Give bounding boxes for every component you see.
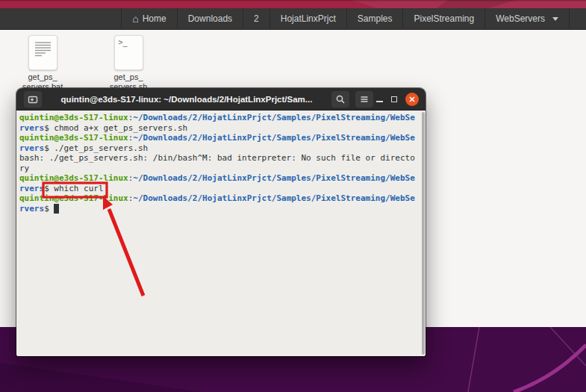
path-button-label: PixelStreaming xyxy=(414,13,474,24)
terminal-text-segment: bash: ./get_ps_servers.sh: /bin/bash^M: … xyxy=(19,153,415,163)
terminal-scrollbar[interactable] xyxy=(422,112,425,355)
terminal-line: bash: ./get_ps_servers.sh: /bin/bash^M: … xyxy=(19,153,417,164)
terminal-text-segment: $ chmod a+x get_ps_servers.sh xyxy=(44,123,187,133)
new-tab-button[interactable] xyxy=(24,91,42,108)
path-button-2[interactable]: 2 xyxy=(243,8,269,29)
window-controls xyxy=(376,93,419,106)
hamburger-menu-icon xyxy=(358,93,370,105)
terminal-text-segment: ~/Downloads/2/HojatLinxPrjct/Samples/Pix… xyxy=(133,173,415,183)
maximize-button[interactable] xyxy=(391,96,397,102)
path-button-label: HojatLinxPrjct xyxy=(281,13,336,24)
terminal-text-segment: ~/Downloads/2/HojatLinxPrjct/Samples/Pix… xyxy=(133,193,415,203)
terminal-line: rvers$ chmod a+x get_ps_servers.sh xyxy=(19,123,417,134)
path-button-webservers[interactable]: WebServers xyxy=(484,8,570,29)
terminal-text-segment: ry xyxy=(19,164,29,173)
file-icon-get-ps-servers-sh[interactable]: >_ get_ps_ servers.sh xyxy=(100,35,157,92)
terminal-text-segment: rvers xyxy=(19,123,44,133)
terminal-line: quintin@e3ds-S17-linux:~/Downloads/2/Hoj… xyxy=(19,133,417,143)
home-icon: ⌂ xyxy=(132,13,138,24)
terminal-titlebar[interactable]: quintin@e3ds-S17-linux: ~/Downloads/2/Ho… xyxy=(16,88,426,111)
document-icon xyxy=(28,35,57,70)
wallpaper-top-strip xyxy=(0,0,586,8)
terminal-window-title: quintin@e3ds-S17-linux: ~/Downloads/2/Ho… xyxy=(42,95,331,104)
path-button-pixelstreaming[interactable]: PixelStreaming xyxy=(402,8,484,29)
path-button-hojatlinxprjct[interactable]: HojatLinxPrjct xyxy=(269,8,346,29)
terminal-text-segment: quintin@e3ds-S17-linux xyxy=(19,133,128,143)
file-icon-get-ps-servers-bat[interactable]: get_ps_ servers.bat xyxy=(14,35,71,92)
terminal-line: quintin@e3ds-S17-linux:~/Downloads/2/Hoj… xyxy=(19,173,417,184)
terminal-text-segment: $ ./get_ps_servers.sh xyxy=(44,143,148,153)
file-label-line1: get_ps_ xyxy=(100,72,157,82)
minimize-icon xyxy=(376,101,383,102)
path-button-samples[interactable]: Samples xyxy=(346,8,403,29)
terminal-body[interactable]: quintin@e3ds-S17-linux:~/Downloads/2/Hoj… xyxy=(16,111,426,356)
terminal-text-segment: $ which curl xyxy=(44,184,103,193)
path-button-label: Downloads xyxy=(188,13,232,24)
terminal-text-segment: $ xyxy=(44,204,54,214)
terminal-text-segment: ~/Downloads/2/HojatLinxPrjct/Samples/Pix… xyxy=(133,113,415,122)
maximize-icon xyxy=(391,96,397,102)
chevron-down-icon xyxy=(552,17,558,21)
terminal-line: rvers$ ./get_ps_servers.sh xyxy=(19,143,417,154)
terminal-text-segment: quintin@e3ds-S17-linux xyxy=(19,193,128,203)
terminal-line: rvers$ xyxy=(19,204,417,214)
terminal-line: quintin@e3ds-S17-linux:~/Downloads/2/Hoj… xyxy=(19,193,417,204)
path-button-downloads[interactable]: Downloads xyxy=(177,8,243,29)
close-icon xyxy=(408,96,416,103)
search-button[interactable] xyxy=(331,91,349,108)
file-label-line1: get_ps_ xyxy=(14,72,71,82)
close-button[interactable] xyxy=(405,93,419,106)
terminal-text-segment: rvers xyxy=(19,143,44,153)
menu-button[interactable] xyxy=(355,91,373,108)
terminal-cursor xyxy=(54,204,59,214)
terminal-prompt-glyph: >_ xyxy=(119,38,128,46)
path-button-label: Home xyxy=(143,13,166,24)
terminal-text-segment: ~/Downloads/2/HojatLinxPrjct/Samples/Pix… xyxy=(133,133,415,143)
shell-script-icon: >_ xyxy=(114,35,143,70)
terminal-line: ry xyxy=(19,164,417,174)
terminal-line: rvers$ which curl xyxy=(19,184,417,194)
minimize-button[interactable] xyxy=(376,96,383,102)
terminal-output: quintin@e3ds-S17-linux:~/Downloads/2/Hoj… xyxy=(19,113,417,214)
path-button-label: 2 xyxy=(254,13,259,24)
new-tab-icon xyxy=(27,93,39,105)
terminal-line: quintin@e3ds-S17-linux:~/Downloads/2/Hoj… xyxy=(19,113,417,123)
terminal-text-segment: quintin@e3ds-S17-linux xyxy=(19,173,128,183)
search-icon xyxy=(334,93,346,105)
path-button-label: WebServers xyxy=(496,13,545,24)
terminal-text-segment: quintin@e3ds-S17-linux xyxy=(19,113,128,122)
path-button-label: Samples xyxy=(358,13,393,24)
terminal-text-segment: rvers xyxy=(19,204,44,214)
terminal-window: quintin@e3ds-S17-linux: ~/Downloads/2/Ho… xyxy=(16,88,426,356)
terminal-text-segment: rvers xyxy=(19,184,44,193)
file-manager-path-bar: ⌂HomeDownloads2HojatLinxPrjctSamplesPixe… xyxy=(0,8,586,30)
path-button-home[interactable]: ⌂Home xyxy=(121,8,176,29)
